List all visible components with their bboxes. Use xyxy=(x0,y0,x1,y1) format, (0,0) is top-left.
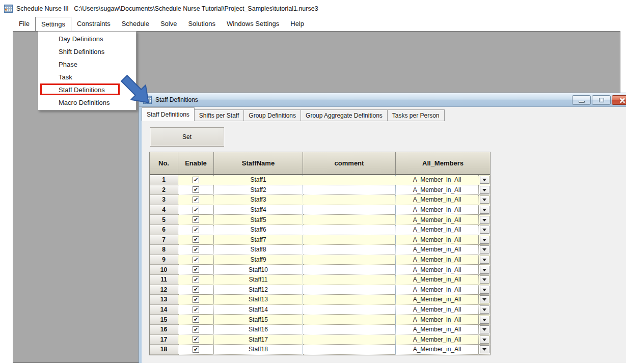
comment-cell[interactable] xyxy=(303,305,396,315)
column-header[interactable]: StaffName xyxy=(214,152,303,174)
enable-checkbox[interactable]: ✔ xyxy=(193,236,199,243)
enable-checkbox[interactable]: ✔ xyxy=(193,336,199,343)
tab[interactable]: Group Definitions xyxy=(243,109,301,121)
tab[interactable]: Tasks per Person xyxy=(387,109,445,121)
enable-checkbox[interactable]: ✔ xyxy=(193,316,199,323)
column-header[interactable]: No. xyxy=(150,152,178,174)
staff-name-cell[interactable]: Staff18 xyxy=(214,345,303,355)
comment-cell[interactable] xyxy=(303,315,396,325)
all-members-cell[interactable]: A_Member_in_All xyxy=(396,185,479,195)
dropdown-button[interactable] xyxy=(480,275,489,284)
dropdown-button[interactable] xyxy=(480,216,489,224)
dropdown-button[interactable] xyxy=(480,345,489,353)
all-members-cell[interactable]: A_Member_in_All xyxy=(396,245,479,255)
all-members-cell[interactable]: A_Member_in_All xyxy=(396,215,479,225)
dropdown-button[interactable] xyxy=(480,176,489,184)
staff-name-cell[interactable]: Staff3 xyxy=(214,195,303,205)
row-number-cell[interactable]: 4 xyxy=(150,205,178,215)
row-number-cell[interactable]: 12 xyxy=(150,285,178,295)
staff-name-cell[interactable]: Staff9 xyxy=(214,255,303,265)
row-number-cell[interactable]: 13 xyxy=(150,295,178,305)
column-header[interactable]: Enable xyxy=(178,152,214,174)
enable-checkbox[interactable]: ✔ xyxy=(193,227,199,233)
all-members-cell[interactable]: A_Member_in_All xyxy=(396,195,479,205)
comment-cell[interactable] xyxy=(303,235,396,245)
comment-cell[interactable] xyxy=(303,275,396,285)
all-members-cell[interactable]: A_Member_in_All xyxy=(396,275,479,285)
dropdown-button[interactable] xyxy=(480,286,489,294)
comment-cell[interactable] xyxy=(303,295,396,305)
row-number-cell[interactable]: 7 xyxy=(150,235,178,245)
comment-cell[interactable] xyxy=(303,325,396,335)
all-members-cell[interactable]: A_Member_in_All xyxy=(396,205,479,215)
minimize-button[interactable] xyxy=(572,95,591,105)
staff-name-cell[interactable]: Staff6 xyxy=(214,225,303,235)
window-titlebar[interactable]: Staff Definitions xyxy=(139,93,626,107)
all-members-cell[interactable]: A_Member_in_All xyxy=(396,345,479,355)
staff-name-cell[interactable]: Staff13 xyxy=(214,295,303,305)
staff-name-cell[interactable]: Staff14 xyxy=(214,305,303,315)
row-number-cell[interactable]: 16 xyxy=(150,325,178,335)
dropdown-button[interactable] xyxy=(480,256,489,264)
enable-checkbox[interactable]: ✔ xyxy=(193,286,199,293)
menubar-item[interactable]: Constraints xyxy=(71,17,116,31)
all-members-cell[interactable]: A_Member_in_All xyxy=(396,315,479,325)
comment-cell[interactable] xyxy=(303,225,396,235)
dropdown-button[interactable] xyxy=(480,236,489,244)
dropdown-button[interactable] xyxy=(480,335,489,344)
dropdown-button[interactable] xyxy=(480,245,489,254)
comment-cell[interactable] xyxy=(303,345,396,355)
enable-checkbox[interactable]: ✔ xyxy=(193,186,199,193)
enable-checkbox[interactable]: ✔ xyxy=(193,177,199,183)
dropdown-button[interactable] xyxy=(480,195,489,204)
staff-name-cell[interactable]: Staff7 xyxy=(214,235,303,245)
comment-cell[interactable] xyxy=(303,215,396,225)
comment-cell[interactable] xyxy=(303,335,396,345)
staff-name-cell[interactable]: Staff12 xyxy=(214,285,303,295)
comment-cell[interactable] xyxy=(303,195,396,205)
dropdown-button[interactable] xyxy=(480,226,489,234)
enable-checkbox[interactable]: ✔ xyxy=(193,306,199,313)
staff-name-cell[interactable]: Staff10 xyxy=(214,265,303,275)
all-members-cell[interactable]: A_Member_in_All xyxy=(396,175,479,185)
comment-cell[interactable] xyxy=(303,265,396,275)
enable-checkbox[interactable]: ✔ xyxy=(193,197,199,203)
staff-name-cell[interactable]: Staff15 xyxy=(214,315,303,325)
all-members-cell[interactable]: A_Member_in_All xyxy=(396,295,479,305)
menubar-item[interactable]: Schedule xyxy=(116,17,155,31)
enable-checkbox[interactable]: ✔ xyxy=(193,207,199,213)
menubar-item[interactable]: Help xyxy=(285,17,310,31)
row-number-cell[interactable]: 18 xyxy=(150,345,178,355)
dropdown-button[interactable] xyxy=(480,206,489,214)
row-number-cell[interactable]: 8 xyxy=(150,245,178,255)
enable-checkbox[interactable]: ✔ xyxy=(193,216,199,223)
column-header[interactable]: All_Members xyxy=(396,152,490,174)
comment-cell[interactable] xyxy=(303,205,396,215)
all-members-cell[interactable]: A_Member_in_All xyxy=(396,335,479,345)
menubar-item[interactable]: Solutions xyxy=(182,17,221,31)
comment-cell[interactable] xyxy=(303,255,396,265)
comment-cell[interactable] xyxy=(303,285,396,295)
enable-checkbox[interactable]: ✔ xyxy=(193,276,199,283)
all-members-cell[interactable]: A_Member_in_All xyxy=(396,235,479,245)
tab[interactable]: Group Aggregate Definitions xyxy=(301,109,388,121)
menubar-item[interactable]: Solve xyxy=(155,17,183,31)
dropdown-button[interactable] xyxy=(480,266,489,274)
row-number-cell[interactable]: 10 xyxy=(150,265,178,275)
settings-menu-item[interactable]: Day Definitions xyxy=(38,33,136,45)
maximize-button[interactable] xyxy=(592,95,611,105)
enable-checkbox[interactable]: ✔ xyxy=(193,246,199,253)
dropdown-button[interactable] xyxy=(480,295,489,303)
set-button[interactable]: Set xyxy=(150,127,224,147)
enable-checkbox[interactable]: ✔ xyxy=(193,257,199,263)
row-number-cell[interactable]: 14 xyxy=(150,305,178,315)
row-number-cell[interactable]: 3 xyxy=(150,195,178,205)
staff-name-cell[interactable]: Staff11 xyxy=(214,275,303,285)
all-members-cell[interactable]: A_Member_in_All xyxy=(396,305,479,315)
staff-name-cell[interactable]: Staff1 xyxy=(214,175,303,185)
comment-cell[interactable] xyxy=(303,185,396,195)
all-members-cell[interactable]: A_Member_in_All xyxy=(396,285,479,295)
row-number-cell[interactable]: 15 xyxy=(150,315,178,325)
comment-cell[interactable] xyxy=(303,245,396,255)
settings-menu-item[interactable]: Shift Definitions xyxy=(38,45,136,58)
